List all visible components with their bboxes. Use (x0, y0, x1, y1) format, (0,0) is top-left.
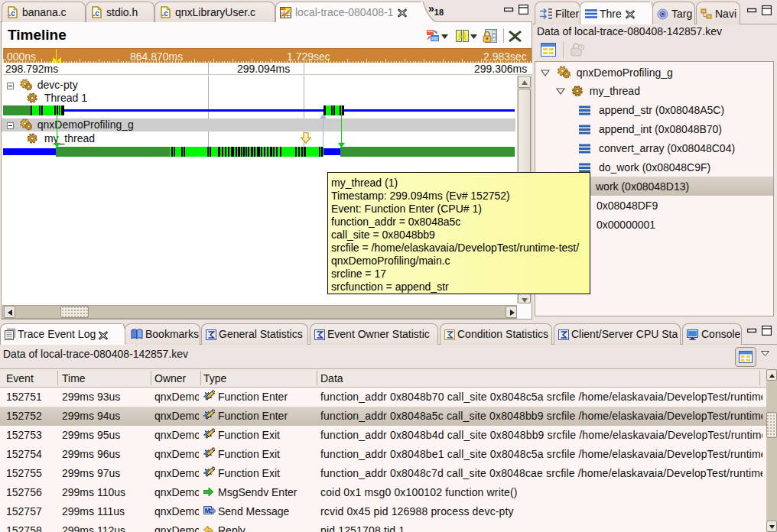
svg-text:.c: .c (162, 9, 169, 18)
svg-text:.c: .c (9, 9, 16, 18)
svg-text:.c: .c (93, 9, 100, 18)
